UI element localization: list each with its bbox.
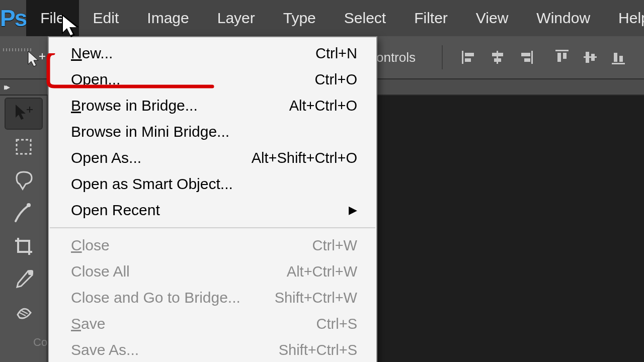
distribute-icon-group: [551, 47, 629, 68]
svg-rect-13: [586, 52, 589, 63]
crop-tool[interactable]: [6, 231, 42, 261]
file-menu-dropdown: New...Ctrl+NOpen...Ctrl+OBrowse in Bridg…: [48, 36, 377, 362]
svg-rect-2: [465, 58, 471, 62]
svg-rect-9: [555, 50, 569, 51]
menu-image[interactable]: Image: [133, 0, 203, 36]
svg-line-28: [22, 311, 28, 314]
menuitem-shortcut: Shift+Ctrl+W: [275, 288, 357, 308]
menu-type[interactable]: Type: [269, 0, 330, 36]
menuitem-label: Browse in Mini Bridge...: [71, 122, 229, 142]
menuitem-shortcut: Alt+Shift+Ctrl+O: [252, 148, 357, 168]
menuitem-close-all: Close AllAlt+Ctrl+W: [49, 258, 376, 285]
align-top-icon[interactable]: [551, 47, 573, 68]
svg-point-25: [27, 203, 31, 207]
svg-rect-16: [614, 53, 617, 62]
menu-separator: [50, 227, 375, 228]
svg-rect-8: [524, 58, 530, 62]
menuitem-label: Open As...: [71, 148, 141, 168]
menuitem-label: Open Recent: [71, 200, 160, 220]
menuitem-shortcut: Ctrl+S: [316, 314, 357, 334]
menu-help[interactable]: Help: [604, 0, 644, 36]
align-hcenter-icon[interactable]: [487, 47, 508, 68]
menu-file[interactable]: File: [26, 0, 78, 36]
toolbox: [0, 96, 48, 362]
align-vcenter-icon[interactable]: [580, 47, 601, 68]
menuitem-shortcut: Shift+Ctrl+S: [279, 340, 357, 360]
menuitem-label: Open as Smart Object...: [71, 174, 233, 194]
menuitem-open-as[interactable]: Open As...Alt+Shift+Ctrl+O: [49, 145, 376, 171]
menu-select[interactable]: Select: [330, 0, 400, 36]
svg-rect-12: [584, 56, 597, 58]
menu-window[interactable]: Window: [522, 0, 604, 36]
menuitem-label: New...: [71, 43, 113, 63]
menu-filter[interactable]: Filter: [400, 0, 462, 36]
menuitem-label: Close and Go to Bridge...: [71, 288, 240, 308]
menuitem-close: CloseCtrl+W: [49, 232, 376, 258]
menuitem-shortcut: Alt+Ctrl+W: [287, 261, 357, 282]
move-tool[interactable]: [6, 99, 42, 129]
svg-rect-1: [465, 53, 474, 56]
svg-rect-24: [17, 140, 31, 154]
align-icon-group: [459, 47, 536, 68]
svg-rect-17: [619, 56, 623, 62]
menu-bar-container: Ps FileEditImageLayerTypeSelectFilterVie…: [0, 0, 644, 36]
svg-rect-11: [563, 53, 567, 59]
svg-rect-5: [494, 58, 501, 62]
menuitem-open-recent[interactable]: Open Recent▶: [49, 197, 376, 223]
svg-rect-6: [531, 51, 533, 64]
menu-bar: FileEditImageLayerTypeSelectFilterViewWi…: [26, 0, 644, 36]
expand-chevrons-icon[interactable]: ▸▸: [4, 81, 7, 93]
menu-edit[interactable]: Edit: [79, 0, 133, 36]
menuitem-shortcut: Alt+Ctrl+O: [289, 96, 357, 116]
align-left-icon[interactable]: [459, 47, 480, 68]
menuitem-label: Save: [71, 314, 105, 334]
menuitem-label: Save As...: [71, 340, 139, 360]
svg-rect-0: [462, 51, 463, 64]
svg-rect-26: [28, 270, 33, 275]
menuitem-new[interactable]: New...Ctrl+N: [49, 40, 376, 66]
menuitem-save-as: Save As...Shift+Ctrl+S: [49, 337, 376, 362]
heal-tool[interactable]: [6, 298, 42, 328]
svg-line-27: [20, 313, 26, 316]
submenu-arrow-icon: ▶: [349, 200, 357, 220]
svg-rect-4: [492, 53, 503, 56]
menuitem-close-and-go-to-bridge: Close and Go to Bridge...Shift+Ctrl+W: [49, 285, 376, 311]
options-tool-preview-icon: [25, 49, 46, 72]
menuitem-browse-in-mini-bridge[interactable]: Browse in Mini Bridge...: [49, 119, 376, 145]
svg-rect-3: [497, 51, 498, 64]
marquee-tool[interactable]: [6, 132, 42, 162]
menuitem-label: Close All: [71, 261, 130, 282]
svg-rect-14: [591, 54, 595, 61]
eyedropper-tool[interactable]: [6, 264, 42, 295]
menuitem-label: Close: [71, 235, 110, 255]
options-separator: [442, 45, 443, 69]
menuitem-shortcut: Ctrl+W: [312, 235, 357, 255]
svg-rect-15: [612, 63, 625, 64]
svg-marker-18: [28, 51, 38, 66]
svg-marker-21: [16, 105, 26, 120]
menuitem-open[interactable]: Open...Ctrl+O: [49, 66, 376, 93]
menu-view[interactable]: View: [462, 0, 522, 36]
app-logo-text: Ps: [0, 5, 26, 32]
app-logo: Ps: [0, 0, 26, 36]
menuitem-browse-in-bridge[interactable]: Browse in Bridge...Alt+Ctrl+O: [49, 93, 376, 119]
menuitem-shortcut: Ctrl+N: [315, 43, 357, 63]
brush-tool[interactable]: [6, 198, 42, 228]
align-right-icon[interactable]: [515, 47, 536, 68]
lasso-tool[interactable]: [6, 165, 42, 195]
svg-rect-7: [521, 53, 530, 56]
menuitem-save: SaveCtrl+S: [49, 311, 376, 337]
menuitem-open-as-smart-object[interactable]: Open as Smart Object...: [49, 171, 376, 197]
svg-rect-10: [557, 53, 561, 62]
align-bottom-icon[interactable]: [608, 47, 629, 68]
menu-layer[interactable]: Layer: [203, 0, 269, 36]
menuitem-label: Open...: [71, 69, 120, 89]
menuitem-label: Browse in Bridge...: [71, 96, 198, 116]
menuitem-shortcut: Ctrl+O: [314, 69, 357, 89]
